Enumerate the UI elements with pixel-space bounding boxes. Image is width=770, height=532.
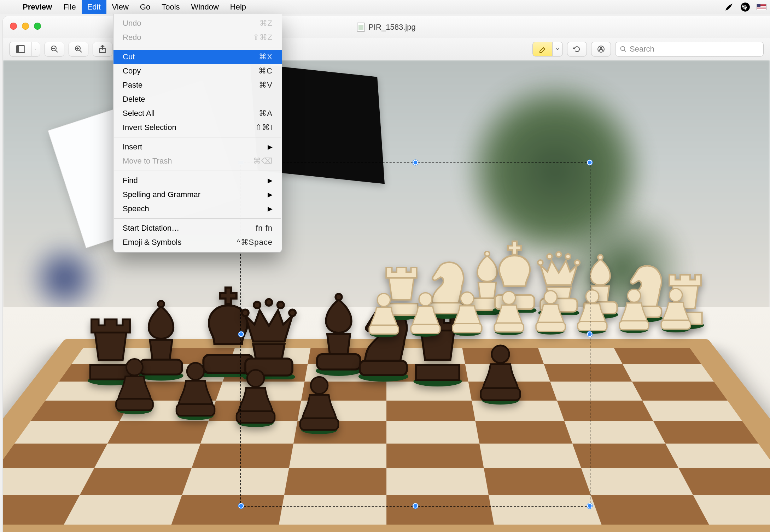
chess-pawn-light [655, 281, 696, 335]
sidebar-view-button[interactable] [9, 42, 31, 57]
menu-item-insert[interactable]: Insert▶ [113, 140, 282, 154]
selection-marquee[interactable] [240, 162, 590, 507]
fullscreen-button[interactable] [34, 23, 41, 30]
zoom-out-button[interactable] [45, 42, 64, 57]
edit-menu-dropdown: Undo⌘ZRedo⇧⌘ZCut⌘XCopy⌘CPaste⌘VDeleteSel… [113, 14, 282, 253]
selection-handle-w[interactable] [239, 332, 244, 337]
menu-item-spelling-and-grammar[interactable]: Spelling and Grammar▶ [113, 188, 282, 202]
svg-point-54 [598, 255, 603, 260]
menu-file[interactable]: File [58, 0, 81, 14]
menu-item-find[interactable]: Find▶ [113, 173, 282, 188]
svg-rect-32 [176, 404, 215, 416]
markup-button[interactable] [591, 42, 611, 57]
highlight-chevron[interactable] [552, 42, 563, 57]
menu-item-paste[interactable]: Paste⌘V [113, 78, 282, 92]
menu-item-select-all[interactable]: Select All⌘A [113, 106, 282, 120]
menu-help[interactable]: Help [224, 0, 252, 14]
traffic-lights [10, 23, 41, 30]
search-field[interactable]: Search [615, 42, 764, 57]
menu-item-start-dictation[interactable]: Start Dictation…fn fn [113, 221, 282, 235]
document-icon [357, 23, 365, 32]
menu-edit[interactable]: Edit [82, 0, 106, 14]
selection-handle-n[interactable] [413, 160, 418, 165]
menu-view[interactable]: View [106, 0, 134, 14]
chess-pawn-light [614, 282, 654, 336]
highlight-button[interactable] [532, 42, 552, 57]
selection-handle-sw[interactable] [239, 503, 244, 509]
menubar: Preview File Edit View Go Tools Window H… [0, 0, 770, 14]
menu-item-undo: Undo⌘Z [113, 16, 282, 30]
close-button[interactable] [10, 23, 17, 30]
selection-handle-e[interactable] [587, 332, 593, 337]
chess-pawn-dark [169, 353, 222, 423]
rotate-button[interactable] [567, 42, 587, 57]
chess-pawn-dark [109, 350, 160, 417]
menu-window[interactable]: Window [186, 0, 224, 14]
svg-point-11 [158, 301, 164, 307]
sidebar-view-chevron[interactable] [31, 42, 40, 57]
selection-handle-ne[interactable] [587, 160, 593, 165]
menu-item-redo: Redo⇧⌘Z [113, 30, 282, 45]
search-placeholder: Search [630, 45, 654, 54]
selection-handle-s[interactable] [413, 503, 418, 509]
input-flag-icon[interactable] [757, 4, 766, 10]
svg-rect-71 [619, 321, 649, 330]
menu-item-emoji-symbols[interactable]: Emoji & Symbols^⌘Space [113, 235, 282, 249]
menu-item-move-to-trash: Move to Trash⌘⌫ [113, 154, 282, 168]
svg-point-7 [621, 46, 625, 51]
search-icon [620, 46, 627, 53]
window-title: PIR_1583.jpg [368, 23, 415, 32]
quill-icon[interactable] [724, 2, 734, 12]
menu-item-copy[interactable]: Copy⌘C [113, 64, 282, 78]
menu-item-cut[interactable]: Cut⌘X [113, 50, 282, 64]
menu-item-delete[interactable]: Delete [113, 92, 282, 106]
share-button[interactable] [93, 42, 112, 57]
svg-rect-73 [661, 320, 690, 329]
app-menu[interactable]: Preview [17, 2, 58, 12]
svg-rect-2 [16, 46, 19, 53]
viber-icon[interactable] [740, 2, 750, 12]
minimize-button[interactable] [22, 23, 29, 30]
menu-go[interactable]: Go [134, 0, 156, 14]
menu-item-speech[interactable]: Speech▶ [113, 202, 282, 216]
menu-tools[interactable]: Tools [156, 0, 185, 14]
selection-handle-se[interactable] [587, 503, 593, 509]
svg-rect-30 [116, 399, 153, 410]
menu-item-invert-selection[interactable]: Invert Selection⇧⌘I [113, 120, 282, 135]
zoom-in-button[interactable] [69, 42, 88, 57]
